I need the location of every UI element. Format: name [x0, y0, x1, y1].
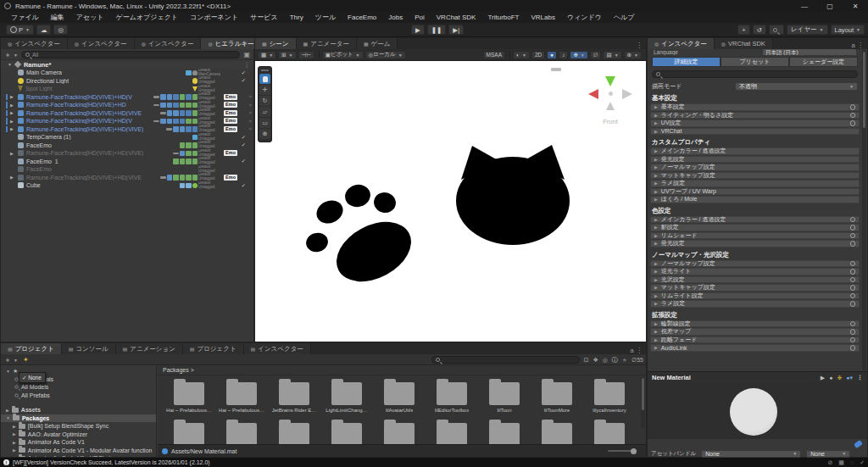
panel-tab[interactable]: ◍ヒエラルキー [201, 38, 261, 49]
inspector-section-row[interactable]: ▶ 発光設定 [650, 240, 860, 247]
row-chevron-icon[interactable]: > [248, 94, 252, 99]
foldout-arrow-icon[interactable]: ▶ [654, 129, 658, 134]
folder-asset[interactable] [163, 420, 215, 444]
menu-item[interactable]: FaceEmo [342, 14, 382, 21]
hierarchy-search-input[interactable]: All [21, 51, 240, 58]
active-checkbox[interactable]: ✓ [242, 182, 246, 189]
foldout-arrow-icon[interactable]: ▶ [654, 164, 658, 170]
tree-item-packages[interactable]: ▼Packages [1, 414, 156, 423]
foldout-arrow-icon[interactable]: ▶ [654, 337, 658, 342]
panel-tab[interactable]: ▤プロジェクト [183, 343, 244, 354]
gear-icon[interactable] [850, 233, 856, 239]
scene-picker-icon[interactable]: ▣ [243, 51, 250, 58]
folder-asset[interactable] [426, 420, 478, 444]
project-search-input[interactable] [431, 356, 580, 364]
progress-check-icon[interactable]: ✓ [860, 459, 865, 466]
package-tree-item[interactable]: ▶ Animator As Code V1 [1, 438, 156, 447]
menu-item[interactable]: コンポーネント [184, 13, 244, 22]
gizmo-center[interactable] [609, 92, 613, 96]
inspector-section-row[interactable]: ▶ マットキャップ設定 [650, 284, 860, 292]
language-row[interactable]: Language 日本語 (日本) [650, 49, 860, 55]
snap-button[interactable]: ⊞▼ [278, 51, 296, 59]
inspector-section-row[interactable]: ▶ UVワープ / UV Warp [650, 188, 860, 196]
folder-asset[interactable]: lilToon [478, 379, 531, 413]
foldout-arrow-icon[interactable]: ▶ [654, 277, 658, 282]
foldout-arrow-icon[interactable]: ▶ [654, 261, 658, 266]
folder-asset[interactable] [320, 420, 373, 444]
foldout-arrow-icon[interactable]: ▶ [654, 321, 658, 326]
grid-scrollbar[interactable] [641, 377, 645, 428]
scene-root-row[interactable]: ▼ Ramune* ⋮ [1, 60, 253, 69]
inspector-section-row[interactable]: ▶ リムライト設定 [650, 292, 860, 300]
inspector-section-row[interactable]: ▶ マットキャップ設定 [650, 172, 860, 180]
foldout-arrow-icon[interactable]: ▼ [6, 369, 10, 374]
thumbnail-zoom-slider[interactable] [608, 450, 637, 452]
folder-asset[interactable] [583, 420, 636, 444]
active-checkbox[interactable]: ✓ [242, 134, 246, 141]
hierarchy-row[interactable]: ▶ Ramune-FaceTracking[HD(VIVE)+HD(VIVE)]… [1, 149, 253, 158]
pause-button[interactable]: ❚❚ [427, 25, 447, 35]
inspector-section-row[interactable]: ▶ ノーマルマップ設定 [650, 260, 860, 268]
language-dropdown[interactable]: 日本語 (日本) [763, 49, 856, 55]
expand-arrow-icon[interactable]: ▶ [10, 94, 14, 99]
auto-lock-icon[interactable]: a [851, 42, 854, 49]
menu-item[interactable]: サービス [244, 13, 284, 22]
inspector-section-row[interactable]: ▶ ノーマルマップ・光沢設定 [652, 251, 858, 259]
msaa-button[interactable]: MSAA [483, 51, 505, 59]
inspector-section-row[interactable]: ▶ メインカラー / 透過設定 [650, 147, 860, 155]
collab-muted-icon[interactable]: ⊘ [827, 459, 832, 466]
package-tree-item[interactable]: ▶ [Bulk] Setup BlendShape Sync [1, 422, 156, 431]
panel-tab[interactable]: ▦シーン [255, 38, 297, 49]
gear-icon[interactable] [850, 329, 856, 335]
measure-button[interactable]: ⊣⊢ [298, 51, 314, 59]
favorite-search-item[interactable]: All Models [1, 383, 156, 392]
scale-tool-button[interactable]: ▱ [259, 107, 270, 117]
inspector-section-row[interactable]: ▶ ラメ設定 [650, 180, 860, 187]
material-preview-canvas[interactable] [648, 383, 867, 439]
menu-item[interactable]: Poi [409, 14, 431, 21]
inspector-section-row[interactable]: ▶ UV設定 [650, 120, 860, 127]
gear-icon[interactable] [850, 301, 856, 307]
hierarchy-row[interactable]: ▶ Ramune-FaceTracking[HD(VIVE)+HD(VIVE)]… [1, 125, 253, 134]
inspector-section-row[interactable]: ▶ 視差マップ [650, 328, 860, 336]
folder-asset[interactable]: JetBrains Rider E… [268, 379, 320, 413]
foldout-arrow-icon[interactable]: ▶ [13, 431, 16, 436]
gizmos-dropdown[interactable]: ⊕▼ [624, 51, 642, 59]
package-tree-item[interactable]: ▶ AAO: Avatar Optimizer [1, 431, 156, 439]
inspector-section-row[interactable]: ▶ 基本設定 [650, 103, 860, 111]
status-bar[interactable]: ! [WF][Version] VersionCheck Succeed, La… [0, 458, 868, 467]
refresh-muted-icon[interactable]: ◌ [850, 459, 854, 465]
inspector-section-row[interactable]: ▶ 距離フェード [650, 336, 860, 344]
scene-viewport[interactable]: ✛ ↻ ▱ ▭ ⊕ Front [255, 61, 646, 342]
inspector-section-row[interactable]: ▶ メインカラー / 透過設定 [650, 216, 860, 224]
inspector-section-row[interactable]: ▶ 輪郭線設定 [650, 320, 860, 328]
view-orientation-label[interactable]: Front [587, 118, 634, 125]
foldout-arrow-icon[interactable]: ▶ [6, 408, 9, 413]
auto-lock-icon[interactable]: a [630, 347, 633, 354]
foldout-arrow-icon[interactable]: ▶ [654, 189, 658, 194]
row-chevron-icon[interactable]: > [248, 103, 252, 108]
foldout-arrow-icon[interactable]: ▶ [654, 225, 658, 230]
x-axis-cone[interactable] [588, 89, 598, 99]
inspector-section-row[interactable]: ▶ 逆光ライト [650, 268, 860, 275]
package-tree-item[interactable]: ▶ Animator As Code V1 - VRChat [1, 454, 156, 457]
hierarchy-row[interactable]: ▶ Ramune-FaceTracking[HD(VIVE)+HD(VIVE D… [1, 174, 253, 182]
panel-tab[interactable]: ◍インスペクター [135, 38, 202, 49]
folder-asset[interactable] [268, 420, 320, 444]
shading-mode-dropdown[interactable]: ◐▼ [513, 51, 530, 59]
shader-mode-tab[interactable]: 詳細設定 [652, 57, 721, 67]
folder-asset[interactable]: lilycalInventory [583, 379, 636, 413]
preview-play-icon[interactable]: ▶ [821, 375, 825, 381]
expand-arrow-icon[interactable]: ▶ [10, 110, 14, 115]
row-chevron-icon[interactable]: > [248, 110, 252, 115]
inspector-scrollbar[interactable] [862, 50, 866, 370]
folder-asset[interactable]: lilAvatarUtils [373, 379, 426, 413]
2d-toggle-button[interactable]: 2D [531, 51, 545, 59]
cache-muted-icon[interactable]: ▦ [838, 459, 844, 466]
foldout-arrow-icon[interactable]: ▶ [654, 329, 658, 334]
inspector-section-row[interactable]: ▶ VRChat [650, 128, 860, 136]
folder-asset[interactable]: lilToonMore [531, 379, 583, 413]
panel-tab[interactable]: ◍インスペクター [648, 38, 715, 49]
undo-history-button[interactable]: ↺ [753, 25, 766, 35]
gear-icon[interactable] [850, 113, 856, 119]
